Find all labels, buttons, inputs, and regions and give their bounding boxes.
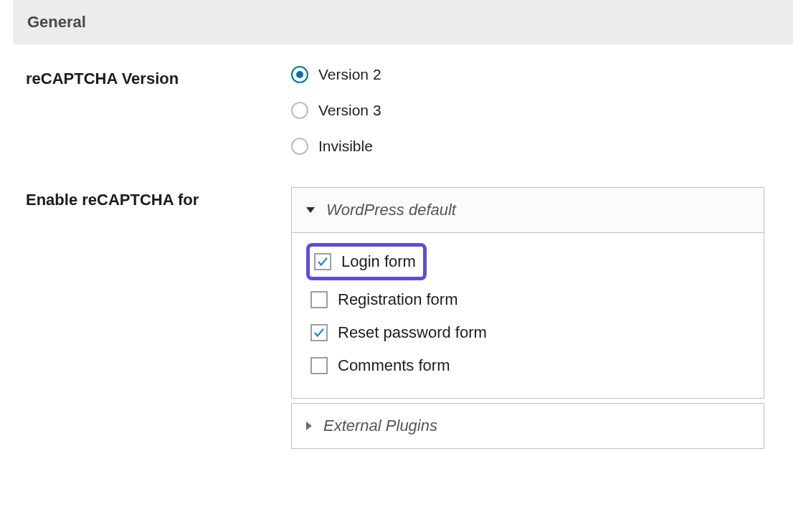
section-header: General (13, 0, 793, 44)
checkbox-item-reset-password-form[interactable]: Reset password form (306, 316, 749, 349)
accordion-title: WordPress default (326, 201, 456, 219)
checkbox-item-comments-form[interactable]: Comments form (306, 349, 749, 382)
control-enable-for: WordPress default Login form Registratio… (291, 187, 764, 453)
caret-down-icon (306, 207, 315, 213)
accordion-header-external-plugins[interactable]: External Plugins (292, 404, 764, 448)
checkbox-input[interactable] (314, 253, 331, 270)
checkbox-label: Comments form (338, 356, 450, 375)
radio-label: Version 2 (318, 66, 381, 83)
checkbox-input[interactable] (310, 357, 328, 374)
radio-input[interactable] (291, 138, 308, 155)
radio-input[interactable] (291, 66, 308, 83)
radio-item-version-2[interactable]: Version 2 (291, 66, 764, 83)
accordion-body-wordpress-default: Login form Registration form Reset passw… (292, 232, 764, 398)
checkbox-item-login-form[interactable]: Login form (306, 243, 427, 280)
checkbox-label: Registration form (338, 290, 458, 309)
radio-item-version-3[interactable]: Version 3 (291, 102, 764, 119)
label-enable-for: Enable reCAPTCHA for (26, 187, 291, 453)
checkbox-label: Login form (341, 252, 416, 271)
checkbox-item-registration-form[interactable]: Registration form (306, 283, 749, 316)
radio-item-invisible[interactable]: Invisible (291, 138, 764, 155)
accordion-title: External Plugins (323, 417, 437, 435)
row-enable-for: Enable reCAPTCHA for WordPress default L… (0, 187, 806, 453)
caret-right-icon (306, 422, 312, 430)
accordion-external-plugins: External Plugins (291, 403, 764, 449)
radio-label: Invisible (318, 138, 373, 155)
accordion-header-wordpress-default[interactable]: WordPress default (292, 188, 764, 232)
radio-input[interactable] (291, 102, 308, 119)
control-recaptcha-version: Version 2 Version 3 Invisible (291, 66, 764, 155)
check-icon (316, 255, 329, 268)
checkbox-input[interactable] (310, 291, 328, 308)
radio-group-version: Version 2 Version 3 Invisible (291, 66, 764, 155)
check-icon (313, 326, 326, 339)
radio-label: Version 3 (318, 102, 381, 119)
row-recaptcha-version: reCAPTCHA Version Version 2 Version 3 In… (0, 66, 806, 155)
checkbox-input[interactable] (310, 324, 328, 341)
label-recaptcha-version: reCAPTCHA Version (26, 66, 291, 155)
section-title: General (27, 13, 86, 31)
accordion-wordpress-default: WordPress default Login form Registratio… (291, 187, 764, 399)
checkbox-label: Reset password form (338, 323, 487, 342)
